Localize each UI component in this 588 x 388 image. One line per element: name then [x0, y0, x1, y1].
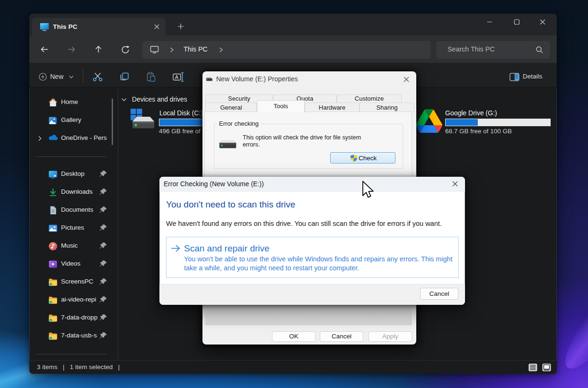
svg-text:A: A [175, 74, 178, 80]
